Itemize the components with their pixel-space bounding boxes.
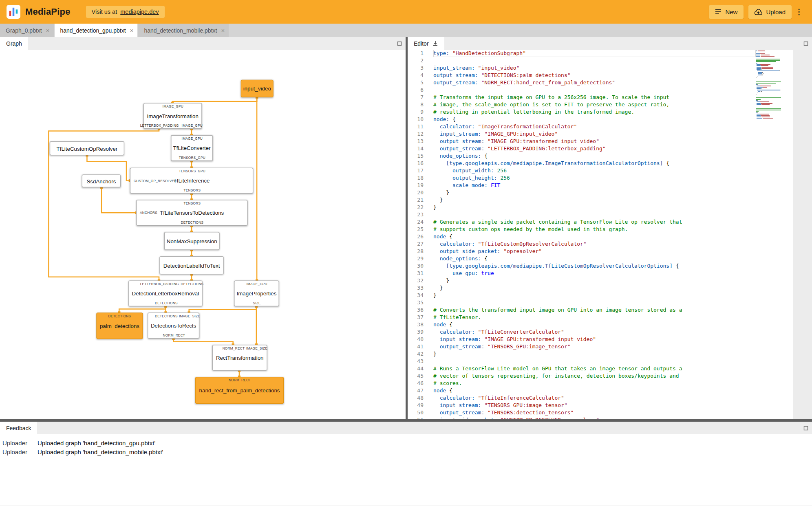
- code-line[interactable]: output_stream: "TENSORS_GPU:image_tensor…: [433, 343, 756, 350]
- graph-node-detection-letterbox-removal[interactable]: LETTERBOX_PADDINGDETECTIONSDETECTIONSDet…: [128, 281, 203, 307]
- code-line[interactable]: [type.googleapis.com/mediapipe.ImageTran…: [433, 160, 756, 167]
- minimap-line: [756, 57, 793, 58]
- code-line[interactable]: output_stream: "TENSORS:detection_tensor…: [433, 409, 756, 416]
- code-line[interactable]: }: [433, 277, 756, 284]
- minimap-line: [756, 99, 793, 100]
- minimap-line: [756, 101, 793, 102]
- close-icon[interactable]: ×: [221, 27, 225, 33]
- feedback-panel: Feedback UploaderUploaded graph 'hand_de…: [0, 422, 812, 506]
- code-line[interactable]: # Converts the transformed input image o…: [433, 306, 756, 314]
- code-line[interactable]: node_options: {: [433, 255, 756, 262]
- code-line[interactable]: }: [433, 196, 756, 204]
- line-number: 39: [408, 328, 424, 336]
- code-line[interactable]: output_width: 256: [433, 167, 756, 174]
- code-line[interactable]: input_stream: "TENSORS_GPU:image_tensor": [433, 402, 756, 409]
- code-line[interactable]: node {: [433, 387, 756, 394]
- code-line[interactable]: # TfLiteTensor.: [433, 314, 756, 321]
- new-button[interactable]: New: [709, 5, 744, 19]
- port-label: LETTERBOX_PADDING: [140, 124, 179, 128]
- file-tab-Graph_0.pbtxt[interactable]: Graph_0.pbtxt×: [0, 24, 54, 37]
- code-line[interactable]: calculator: "TfLiteConverterCalculator": [433, 328, 756, 336]
- file-tab-hand_detection_gpu.pbtxt[interactable]: hand_detection_gpu.pbtxt×: [55, 24, 138, 37]
- code-line[interactable]: scale_mode: FIT: [433, 182, 756, 189]
- graph-node-detection-label-id-to-text[interactable]: DetectionLabelIdToText: [159, 256, 224, 274]
- code-line[interactable]: input_stream: "input_video": [433, 64, 756, 72]
- code-editor[interactable]: 1234567891011121314151617181920212223242…: [408, 50, 812, 419]
- code-line[interactable]: }: [433, 204, 756, 211]
- file-tab-hand_detection_mobile.pbtxt[interactable]: hand_detection_mobile.pbtxt×: [138, 24, 229, 37]
- tab-feedback[interactable]: Feedback: [0, 422, 37, 434]
- graph-canvas-viewport[interactable]: input_videoIMAGE_GPULETTERBOX_PADDINGIMA…: [0, 50, 406, 419]
- code-line[interactable]: # vector of tensors representing, for in…: [433, 372, 756, 380]
- graph-node-tflite-tensors-to-detections[interactable]: TENSORSDETECTIONSANCHORSTfLiteTensorsToD…: [136, 200, 247, 226]
- graph-node-non-max-suppression[interactable]: NonMaxSuppression: [164, 232, 220, 250]
- graph-node-palm-detections[interactable]: DETECTIONSpalm_detections: [96, 312, 143, 339]
- editor-code[interactable]: type: "HandDetectionSubgraph"input_strea…: [432, 50, 756, 419]
- code-line[interactable]: # Generates a single side packet contain…: [433, 218, 756, 226]
- code-line[interactable]: [433, 211, 756, 218]
- code-line[interactable]: output_stream: "DETECTIONS:palm_detectio…: [433, 72, 756, 79]
- port-label: IMAGE_GPU: [182, 124, 203, 128]
- code-line[interactable]: node: {: [433, 116, 756, 123]
- graph-node-tflite-converter[interactable]: IMAGE_GPUTENSORS_GPUTfLiteConverter: [171, 135, 213, 161]
- code-line[interactable]: }: [433, 350, 756, 358]
- code-line[interactable]: output_stream: "NORM_RECT:hand_rect_from…: [433, 79, 756, 86]
- code-line[interactable]: calculator: "TfLiteInferenceCalculator": [433, 394, 756, 402]
- code-line[interactable]: }: [433, 284, 756, 292]
- upload-button[interactable]: Upload: [748, 5, 792, 19]
- code-line[interactable]: use_gpu: true: [433, 270, 756, 277]
- graph-node-ssd-anchors[interactable]: SsdAnchors: [82, 174, 121, 187]
- code-line[interactable]: input_side_packet: "CUSTOM_OP_RESOLVER:o…: [433, 416, 756, 419]
- code-line[interactable]: # image, the scale_mode option is set to…: [433, 101, 756, 108]
- download-graph-icon[interactable]: [432, 41, 438, 46]
- code-line[interactable]: [433, 57, 756, 64]
- code-line[interactable]: # scores.: [433, 380, 756, 387]
- tab-editor[interactable]: Editor: [408, 37, 444, 50]
- close-icon[interactable]: ×: [130, 27, 134, 33]
- code-line[interactable]: # Runs a TensorFlow Lite model on GPU th…: [433, 365, 756, 372]
- editor-scrollbar-track[interactable]: [793, 50, 812, 419]
- code-line[interactable]: # Transforms the input image on GPU to a…: [433, 94, 756, 101]
- feedback-panel-header: Feedback: [0, 422, 812, 434]
- code-line[interactable]: output_stream: "IMAGE_GPU:transformed_in…: [433, 138, 756, 145]
- graph-panel-header: Graph: [0, 37, 406, 50]
- code-line[interactable]: node {: [433, 321, 756, 328]
- graph-node-tflite-inference[interactable]: TENSORS_GPUTENSORSCUSTOM_OP_RESOLVERTfLi…: [130, 168, 253, 194]
- graph-node-hand-rect-from-palm-detections[interactable]: NORM_RECThand_rect_from_palm_detections: [195, 377, 284, 404]
- code-line[interactable]: input_stream: "IMAGE_GPU:input_video": [433, 130, 756, 138]
- code-line[interactable]: node_options: {: [433, 152, 756, 160]
- code-line[interactable]: }: [433, 189, 756, 196]
- code-line[interactable]: }: [433, 292, 756, 299]
- graph-node-input-video[interactable]: input_video: [241, 80, 274, 97]
- expand-graph-panel-icon[interactable]: [397, 37, 402, 50]
- code-line[interactable]: calculator: "TfLiteCustomOpResolverCalcu…: [433, 240, 756, 248]
- graph-node-detections-to-rects[interactable]: DETECTIONSIMAGE_SIZENORM_RECTDetectionsT…: [148, 312, 199, 339]
- editor-gutter: 1234567891011121314151617181920212223242…: [408, 50, 432, 419]
- code-line[interactable]: [433, 299, 756, 306]
- minimap-line: [756, 56, 793, 57]
- graph-node-rect-transformation[interactable]: NORM_RECTIMAGE_SIZERectTransformation: [212, 345, 267, 371]
- code-line[interactable]: # resulting in potential letterboxing in…: [433, 108, 756, 116]
- graph-node-tflite-custom-op-resolver[interactable]: TfLiteCustomOpResolver: [50, 141, 124, 155]
- port-label: NORM_RECT: [223, 346, 245, 350]
- code-line[interactable]: # supports custom ops needed by the mode…: [433, 226, 756, 233]
- code-line[interactable]: type: "HandDetectionSubgraph": [433, 50, 756, 57]
- close-icon[interactable]: ×: [46, 27, 50, 33]
- code-line[interactable]: node {: [433, 233, 756, 240]
- code-line[interactable]: output_stream: "LETTERBOX_PADDING:letter…: [433, 145, 756, 152]
- visit-link[interactable]: mediapipe.dev: [120, 9, 159, 15]
- code-line[interactable]: [433, 86, 756, 94]
- graph-node-image-properties[interactable]: IMAGE_GPUSIZEImageProperties: [234, 281, 279, 307]
- code-line[interactable]: [type.googleapis.com/mediapipe.TfLiteCus…: [433, 262, 756, 270]
- graph-node-image-transformation[interactable]: IMAGE_GPULETTERBOX_PADDINGIMAGE_GPUImage…: [143, 103, 202, 129]
- code-line[interactable]: input_stream: "IMAGE_GPU:transformed_inp…: [433, 336, 756, 343]
- tab-graph[interactable]: Graph: [0, 37, 28, 50]
- code-line[interactable]: calculator: "ImageTransformationCalculat…: [433, 123, 756, 130]
- code-line[interactable]: output_side_packet: "opresolver": [433, 248, 756, 255]
- code-line[interactable]: output_height: 256: [433, 174, 756, 182]
- more-options-button[interactable]: ⋮: [792, 4, 805, 20]
- expand-editor-panel-icon[interactable]: [803, 37, 808, 50]
- code-line[interactable]: [433, 358, 756, 365]
- expand-feedback-panel-icon[interactable]: [803, 422, 808, 434]
- editor-minimap[interactable]: [756, 50, 793, 419]
